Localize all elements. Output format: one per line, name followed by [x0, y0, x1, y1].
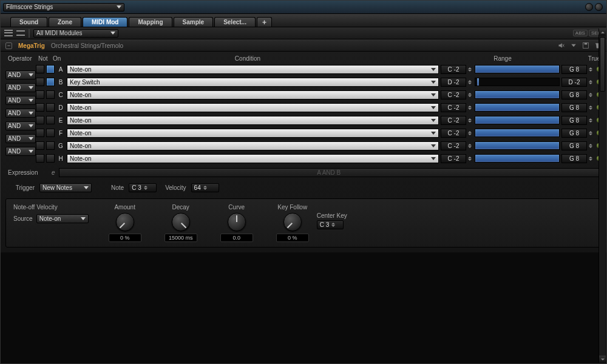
on-toggle[interactable] [46, 65, 55, 73]
range-low-field[interactable]: C -2 [441, 116, 466, 125]
condition-select[interactable]: Note-on [67, 129, 439, 138]
operator-select[interactable]: AND [5, 121, 36, 130]
range-high-field[interactable]: G 8 [561, 90, 587, 99]
tab-mapping[interactable]: Mapping [129, 17, 172, 27]
window-button-b[interactable] [595, 3, 603, 11]
not-toggle[interactable] [36, 90, 44, 99]
mute-icon[interactable] [558, 42, 565, 49]
condition-select[interactable]: Note-on [67, 141, 439, 150]
range-low-stepper[interactable] [468, 106, 473, 110]
on-toggle[interactable] [46, 90, 55, 99]
scroll-up-icon[interactable] [599, 29, 606, 36]
scrollbar-thumb[interactable] [600, 37, 605, 92]
collapse-all-icon[interactable] [16, 29, 25, 38]
condition-select[interactable]: Note-on [67, 154, 439, 163]
preset-select[interactable]: Filmscore Strings [3, 3, 124, 12]
range-slider[interactable] [475, 78, 560, 86]
on-toggle[interactable] [46, 103, 55, 112]
condition-select[interactable]: Note-on [67, 65, 439, 74]
collapse-module-icon[interactable]: − [5, 42, 12, 49]
operator-select[interactable]: AND [5, 147, 36, 156]
range-slider[interactable] [475, 141, 560, 150]
center-key-field[interactable]: C 3 [317, 220, 344, 229]
range-low-field[interactable]: C -2 [441, 129, 466, 138]
range-high-field[interactable]: G 8 [561, 154, 587, 163]
not-toggle[interactable] [36, 65, 44, 73]
range-low-stepper[interactable] [468, 144, 473, 148]
window-button-a[interactable] [585, 3, 593, 11]
range-low-stepper[interactable] [468, 80, 473, 84]
range-high-field[interactable]: G 8 [561, 103, 587, 112]
not-toggle[interactable] [36, 141, 44, 150]
range-low-field[interactable]: C -2 [441, 90, 466, 99]
range-high-field[interactable]: G 8 [561, 141, 587, 150]
range-low-field[interactable]: C -2 [441, 103, 466, 112]
condition-select[interactable]: Note-on [67, 90, 439, 99]
on-toggle[interactable] [46, 116, 55, 124]
range-high-stepper[interactable] [589, 93, 594, 97]
trigger-select[interactable]: New Notes [39, 183, 92, 192]
range-high-stepper[interactable] [589, 106, 594, 110]
operator-select[interactable]: AND [5, 70, 36, 79]
module-filter-select[interactable]: All MIDI Modules [33, 29, 118, 38]
scroll-down-icon[interactable] [599, 356, 606, 363]
expand-all-icon[interactable] [4, 29, 13, 38]
range-low-field[interactable]: D -2 [441, 78, 466, 87]
tab-sample[interactable]: Sample [174, 17, 214, 27]
keyfollow-knob[interactable] [283, 213, 302, 231]
range-slider[interactable] [475, 65, 560, 73]
range-slider[interactable] [475, 129, 560, 137]
decay-value[interactable]: 15000 ms [164, 234, 197, 242]
chevron-down-icon[interactable] [570, 42, 577, 49]
range-low-stepper[interactable] [468, 131, 473, 135]
range-slider[interactable] [475, 116, 560, 124]
condition-select[interactable]: Key Switch [67, 78, 439, 87]
operator-select[interactable]: AND [5, 109, 36, 118]
range-high-stepper[interactable] [589, 80, 594, 84]
range-low-stepper[interactable] [468, 118, 473, 123]
not-toggle[interactable] [36, 103, 44, 112]
range-high-stepper[interactable] [589, 67, 594, 72]
range-high-field[interactable]: D -2 [561, 78, 587, 87]
on-toggle[interactable] [46, 78, 55, 86]
curve-knob[interactable] [228, 213, 246, 231]
range-high-stepper[interactable] [589, 118, 594, 123]
velocity-field[interactable]: 64 [191, 183, 219, 192]
source-select[interactable]: Note-on [36, 214, 89, 223]
range-low-stepper[interactable] [468, 67, 473, 72]
operator-select[interactable]: AND [5, 96, 36, 105]
range-high-field[interactable]: G 8 [561, 116, 587, 125]
save-icon[interactable] [582, 42, 589, 49]
vertical-scrollbar[interactable] [599, 29, 606, 363]
operator-select[interactable]: AND [5, 83, 36, 92]
tab-sound[interactable]: Sound [10, 17, 47, 27]
not-toggle[interactable] [36, 78, 44, 86]
on-toggle[interactable] [46, 141, 55, 150]
condition-select[interactable]: Note-on [67, 116, 439, 125]
range-low-stepper[interactable] [468, 157, 473, 161]
tab-select[interactable]: Select... [214, 17, 256, 27]
decay-knob[interactable] [172, 213, 190, 231]
amount-value[interactable]: 0 % [109, 234, 141, 242]
expression-field[interactable]: A AND B [59, 168, 599, 177]
not-toggle[interactable] [36, 129, 44, 137]
tab-midimod[interactable]: MIDI Mod [83, 17, 127, 27]
not-toggle[interactable] [36, 116, 44, 124]
not-toggle[interactable] [36, 154, 44, 163]
range-slider[interactable] [475, 90, 560, 99]
range-high-stepper[interactable] [589, 157, 594, 161]
range-high-field[interactable]: G 8 [561, 65, 587, 74]
range-high-field[interactable]: G 8 [561, 129, 587, 138]
condition-select[interactable]: Note-on [67, 103, 439, 112]
range-low-stepper[interactable] [468, 93, 473, 97]
operator-select[interactable]: AND [5, 134, 36, 143]
keyfollow-value[interactable]: 0 % [276, 234, 309, 242]
on-toggle[interactable] [46, 129, 55, 137]
tab-add[interactable]: + [257, 17, 272, 27]
range-high-stepper[interactable] [589, 144, 594, 148]
curve-value[interactable]: 0.0 [220, 234, 253, 242]
note-field[interactable]: C 3 [129, 183, 157, 192]
range-high-stepper[interactable] [589, 131, 594, 135]
abs-toggle[interactable]: ABS [573, 30, 588, 36]
range-low-field[interactable]: C -2 [441, 141, 466, 150]
